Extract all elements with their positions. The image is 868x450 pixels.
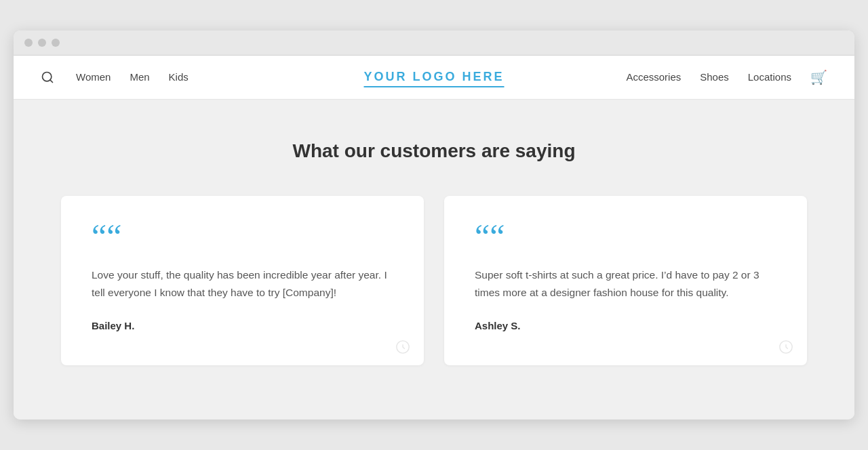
nav-item-shoes[interactable]: Shoes xyxy=(700,71,729,83)
browser-dot-green xyxy=(52,39,60,47)
quote-mark-2: ““ xyxy=(475,223,776,250)
cart-icon-symbol: 🛒 xyxy=(810,70,827,84)
nav-item-kids[interactable]: Kids xyxy=(169,71,189,83)
testimonial-card-1: ““ Love your stuff, the quality has been… xyxy=(61,196,424,365)
browser-dot-red xyxy=(24,39,33,47)
navbar-left: Women Men Kids xyxy=(41,70,189,84)
watermark-icon-1 xyxy=(395,340,410,354)
testimonial-author-2: Ashley S. xyxy=(475,320,776,331)
nav-item-men[interactable]: Men xyxy=(130,71,149,83)
section-title: What our customers are saying xyxy=(41,140,827,162)
svg-line-1 xyxy=(50,80,53,83)
logo[interactable]: YOUR LOGO HERE xyxy=(363,70,504,87)
browser-window: Women Men Kids YOUR LOGO HERE Accessorie… xyxy=(14,30,854,420)
nav-item-accessories[interactable]: Accessories xyxy=(626,71,681,83)
nav-links-left: Women Men Kids xyxy=(76,71,189,83)
browser-chrome xyxy=(14,30,854,56)
navbar-right: Accessories Shoes Locations 🛒 xyxy=(626,70,827,84)
navbar-center: YOUR LOGO HERE xyxy=(363,70,504,84)
watermark-icon-2 xyxy=(778,340,793,354)
search-icon xyxy=(41,70,54,84)
testimonial-author-1: Bailey H. xyxy=(92,320,393,331)
nav-item-women[interactable]: Women xyxy=(76,71,111,83)
navbar: Women Men Kids YOUR LOGO HERE Accessorie… xyxy=(14,56,854,100)
testimonial-text-1: Love your stuff, the quality has been in… xyxy=(92,266,393,301)
search-button[interactable] xyxy=(41,70,54,84)
testimonial-text-2: Super soft t-shirts at such a great pric… xyxy=(475,266,776,301)
testimonials-grid: ““ Love your stuff, the quality has been… xyxy=(61,196,807,365)
quote-mark-1: ““ xyxy=(92,223,393,250)
testimonial-card-2: ““ Super soft t-shirts at such a great p… xyxy=(444,196,807,365)
main-content: What our customers are saying ““ Love yo… xyxy=(14,100,854,420)
cart-button[interactable]: 🛒 xyxy=(810,70,827,84)
browser-dot-yellow xyxy=(38,39,46,47)
nav-item-locations[interactable]: Locations xyxy=(748,71,791,83)
